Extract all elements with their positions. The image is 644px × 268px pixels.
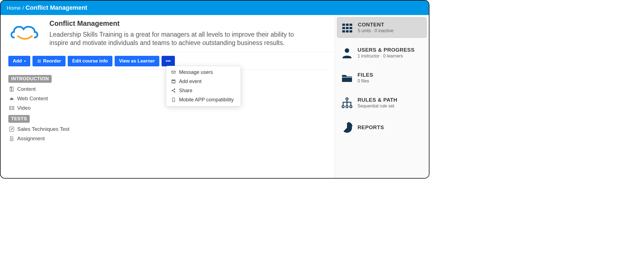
menu-item-label: Add event [179,79,202,84]
sidebar-item-title: RULES & PATH [358,97,398,103]
add-button[interactable]: Add [8,56,30,66]
menu-item-share[interactable]: Share [166,86,241,95]
breadcrumb-current: Conflict Management [26,4,87,11]
course-title: Conflict Management [49,19,120,28]
grid-icon [341,21,353,34]
user-icon [341,47,353,59]
svg-rect-17 [346,27,349,29]
menu-item-add-event[interactable]: Add event [166,77,241,86]
menu-item-message-users[interactable]: Message users [166,68,241,77]
menu-item-label: Mobile APP compatibility [179,97,234,103]
sidebar-item-subtitle: Sequential rule set [358,104,398,109]
pie-chart-icon [341,122,353,134]
svg-point-25 [346,106,348,108]
envelope-icon [171,70,176,74]
svg-rect-19 [342,30,345,32]
calendar-icon [171,79,176,84]
svg-rect-13 [342,24,345,26]
menu-item-label: Message users [179,69,213,75]
svg-point-24 [342,106,344,108]
svg-rect-20 [346,30,349,32]
course-header: Conflict Management Leadership Skills Tr… [1,15,334,49]
unit-item-label: Web Content [17,96,48,102]
sidebar-item-subtitle: 1 instructor · 0 learners [358,54,414,59]
svg-rect-18 [349,27,352,29]
svg-point-4 [173,101,174,101]
svg-rect-16 [342,27,345,29]
course-info: Conflict Management Leadership Skills Tr… [49,19,313,47]
folder-icon [341,72,353,84]
sidebar: CONTENT 5 units · 0 inactive USERS & PRO… [334,15,429,178]
svg-point-26 [350,106,352,108]
breadcrumb-home-link[interactable]: Home [7,5,21,11]
bookmark-page-icon [9,86,14,92]
reorder-icon [37,59,41,63]
share-icon [171,88,176,93]
unit-item-sales-test[interactable]: Sales Techniques Test [8,124,327,134]
more-actions-button[interactable]: ••• [162,56,175,66]
svg-rect-14 [346,24,349,26]
menu-item-mobile-compatibility[interactable]: Mobile APP compatibility [166,95,241,104]
hierarchy-icon [341,97,353,109]
sidebar-item-title: CONTENT [358,22,393,28]
sidebar-item-content[interactable]: CONTENT 5 units · 0 inactive [337,17,427,38]
sidebar-item-users[interactable]: USERS & PROGRESS 1 instructor · 0 learne… [337,43,427,63]
reorder-button-label: Reorder [43,58,61,64]
sidebar-item-subtitle: 0 files [358,79,373,84]
svg-rect-21 [349,30,352,32]
reorder-button[interactable]: Reorder [32,56,66,66]
course-description: Leadership Skills Training is a great fo… [49,31,313,47]
cloud-logo-icon [8,19,42,44]
sidebar-item-subtitle: 5 units · 0 inactive [358,28,393,33]
unit-item-label: Video [17,105,31,111]
unit-item-assignment[interactable]: Assignment [8,134,327,143]
section-label-tests: TESTS [8,115,30,123]
unit-item-label: Assignment [17,136,45,142]
breadcrumb-separator: / [22,5,24,11]
main-area: Conflict Management Leadership Skills Tr… [1,15,334,178]
svg-rect-15 [349,24,352,26]
unit-item-label: Content [17,86,36,92]
sidebar-item-title: USERS & PROGRESS [358,47,414,53]
course-logo [8,19,42,44]
breadcrumb: Home / Conflict Management [7,4,87,11]
section-label-introduction: INTRODUCTION [8,75,52,83]
view-as-learner-button[interactable]: View as Learner [115,56,159,66]
more-actions-menu: Message users Add event Share Mobile APP… [166,66,241,106]
document-icon [9,136,14,141]
menu-item-label: Share [179,88,192,94]
sidebar-item-files[interactable]: FILES 0 files [337,68,427,88]
toolbar: Add Reorder Edit course info View as Lea… [1,52,334,66]
film-icon [9,105,14,111]
header-bar: Home / Conflict Management [1,1,429,15]
sidebar-item-reports[interactable]: REPORTS [337,118,427,138]
svg-point-23 [346,98,348,100]
mobile-icon [171,97,176,102]
sidebar-item-title: REPORTS [358,124,384,131]
sidebar-item-title: FILES [358,72,373,78]
edit-course-info-button[interactable]: Edit course info [68,56,112,66]
pencil-square-icon [9,126,14,132]
svg-point-22 [345,48,349,53]
unit-item-label: Sales Techniques Test [17,126,69,132]
sidebar-item-rules[interactable]: RULES & PATH Sequential rule set [337,93,427,113]
cloud-icon [9,96,14,101]
